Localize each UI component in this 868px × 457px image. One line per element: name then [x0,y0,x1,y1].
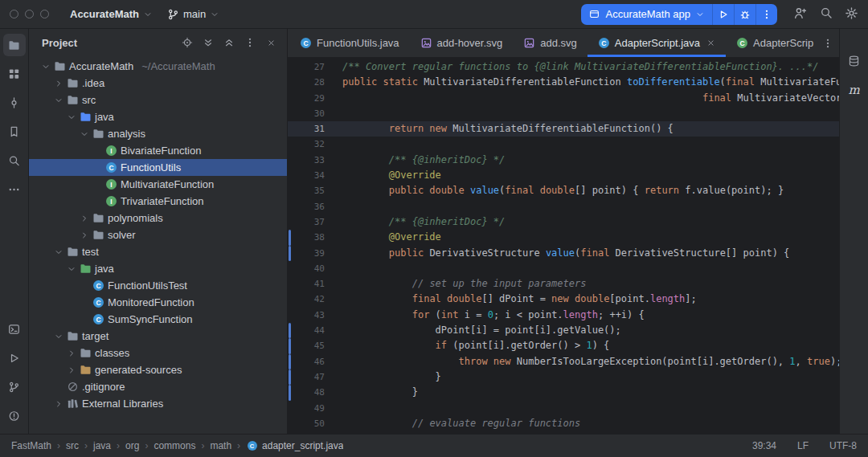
code-line-33[interactable]: 33 /** {@inheritDoc} */ [288,153,839,168]
code-line-31[interactable]: 31 return new MultivariateDifferentiable… [288,121,839,137]
code-line-47[interactable]: 47 } [288,369,839,385]
code-line-42[interactable]: 42 final double[] dPoint = new double[po… [288,292,839,307]
tree-item-accuratemath[interactable]: AccurateMath~/AccurateMath [29,58,287,75]
breadcrumb-item[interactable]: org [125,440,139,451]
tab-add-svg[interactable]: add.svg [513,29,588,57]
select-opened-file-button[interactable] [178,33,197,52]
close-window-button[interactable] [10,10,18,18]
project-tool-button[interactable] [3,34,26,56]
tree-item-java[interactable]: java [29,260,287,277]
tree-item-java[interactable]: java [29,108,287,125]
problems-tool-button[interactable] [3,405,26,427]
tree-item-analysis[interactable]: analysis [29,125,287,142]
code-line-41[interactable]: 41 // set up the input parameters [288,276,839,292]
breadcrumb-file[interactable]: Cadapter_script.java [246,440,343,452]
minimize-window-button[interactable] [25,10,34,18]
code-line-35[interactable]: 35 public double value(final double[] po… [288,183,839,198]
terminal-tool-button[interactable] [3,318,26,341]
class-icon: C [92,313,104,325]
tab-adapterscrip[interactable]: CAdapterScrip [726,29,817,57]
bookmarks-tool-button[interactable] [3,120,26,143]
code-line-32[interactable]: 32 [288,137,839,152]
tree-item-multivariatefunction[interactable]: IMultivariateFunction [29,176,287,193]
code-line-36[interactable]: 36 [288,199,839,214]
caret-position[interactable]: 39:34 [752,440,776,451]
run-button[interactable] [712,4,734,25]
tab-add-hover-svg[interactable]: add-hover.svg [410,29,514,57]
tab-functionutils-java[interactable]: CFunctionUtils.java [289,29,410,57]
more-tool-windows-tool-button[interactable] [3,178,26,201]
run-config-selector[interactable]: AccurateMath app [581,4,712,25]
chevron-down-icon [143,10,153,19]
code-line-37[interactable]: 37 /** {@inheritDoc} */ [288,214,839,230]
maven-icon: m [848,84,859,96]
hide-tool-window-button[interactable] [261,33,280,52]
tree-item-external-libraries[interactable]: External Libraries [29,395,287,412]
code-line-text: for (int i = 0; i < point.length; ++i) { [338,308,839,323]
code-line-40[interactable]: 40 [288,261,839,276]
code-with-me-button[interactable] [793,6,807,22]
maximize-window-button[interactable] [40,10,49,18]
tree-item-trivariatefunction[interactable]: ITrivariateFunction [29,193,287,210]
breadcrumb-item[interactable]: math [210,440,231,451]
find-tool-button[interactable] [3,149,26,172]
tool-window-options-button[interactable] [240,33,260,52]
code-line-44[interactable]: 44 dPoint[i] = point[i].getValue(); [288,323,839,338]
code-line-50[interactable]: 50 // evaluate regular functions [288,416,839,431]
code-line-29[interactable]: 29 final MultivariateVectorFunction grad… [288,91,839,106]
tree-item-polynomials[interactable]: polynomials [29,210,287,226]
expand-all-button[interactable] [199,33,218,52]
code-line-30[interactable]: 30 [288,106,839,121]
tree-item-gitignore[interactable]: .gitignore [29,378,287,395]
code-line-46[interactable]: 46 throw new NumberIsTooLargeException(p… [288,354,839,369]
line-number: 46 [288,354,338,369]
tab-adapterscript-java[interactable]: CAdapterScript.java [588,29,726,57]
run-more-options-button[interactable] [755,4,777,25]
run-tool-button[interactable] [3,347,26,369]
tree-item-idea[interactable]: .idea [29,75,287,92]
editor-area: CFunctionUtils.javaadd-hover.svgadd.svgC… [288,29,839,434]
breadcrumb-item[interactable]: java [93,440,111,451]
chevron-down-icon [53,330,63,343]
tree-item-test[interactable]: test [29,243,287,260]
maven-tool-button[interactable]: m [843,79,866,101]
tree-item-functionutilstest[interactable]: CFunctionUtilsTest [29,277,287,294]
tree-item-monitoredfunction[interactable]: CMonitoredFunction [29,294,287,311]
code-editor[interactable]: 27/** Convert regular functions to {@lin… [288,58,839,434]
breadcrumb-item[interactable]: src [66,440,79,451]
project-selector[interactable]: AccurateMath [67,4,156,25]
code-line-45[interactable]: 45 if (point[i].getOrder() > 1) { [288,338,839,353]
breadcrumb-item[interactable]: FastMath [11,440,51,451]
tree-item-sumsyncfunction[interactable]: CSumSyncFunction [29,311,287,328]
breadcrumb-item[interactable]: commons [154,440,195,451]
code-line-27[interactable]: 27/** Convert regular functions to {@lin… [288,59,839,75]
file-encoding[interactable]: UTF-8 [829,440,857,451]
code-line-43[interactable]: 43 for (int i = 0; i < point.length; ++i… [288,308,839,323]
tree-item-bivariatefunction[interactable]: IBivariateFunction [29,142,287,159]
tab-options-button[interactable] [817,29,839,57]
code-line-39[interactable]: 39 public DerivativeStructure value(fina… [288,246,839,261]
code-line-34[interactable]: 34 @Override [288,168,839,183]
tree-item-generated-sources[interactable]: generated-sources [29,361,287,378]
code-line-28[interactable]: 28public static MultivariateDifferentiab… [288,75,839,90]
version-control-tool-button[interactable] [3,376,26,398]
tree-item-src[interactable]: src [29,92,287,108]
code-line-48[interactable]: 48 } [288,385,839,400]
close-tab-icon[interactable] [706,39,715,47]
tree-item-functionutils[interactable]: CFunctionUtils [29,159,287,176]
debug-button[interactable] [734,4,755,25]
code-line-text: // evaluate regular functions [338,416,839,431]
structure-tool-button[interactable] [3,63,26,85]
tree-item-classes[interactable]: classes [29,345,287,361]
settings-button[interactable] [845,6,858,22]
code-line-38[interactable]: 38 @Override [288,230,839,245]
search-everywhere-button[interactable] [819,6,833,22]
tree-item-solver[interactable]: solver [29,226,287,243]
database-tool-button[interactable] [843,50,866,72]
collapse-all-button[interactable] [219,33,239,52]
code-line-49[interactable]: 49 [288,401,839,416]
tree-item-target[interactable]: target [29,328,287,345]
line-separator[interactable]: LF [797,440,809,451]
commit-tool-button[interactable] [3,92,26,114]
branch-selector[interactable]: main [164,4,223,25]
